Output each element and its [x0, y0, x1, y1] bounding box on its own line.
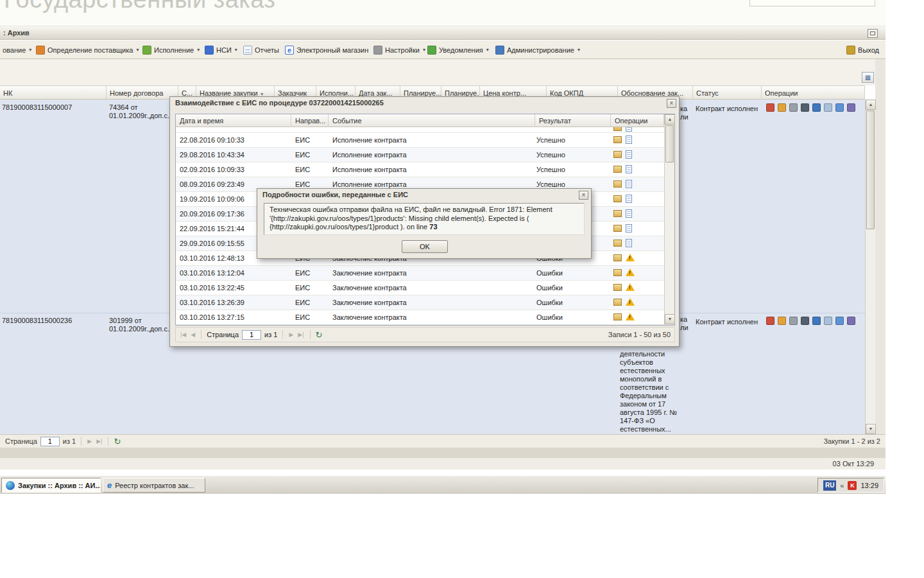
box-icon[interactable] [613, 136, 622, 143]
menu-administration[interactable]: Администрирование▾ [493, 44, 583, 56]
scroll-down-icon[interactable]: ▼ [665, 314, 675, 324]
ok-button[interactable]: OK [402, 240, 448, 253]
file-icon[interactable] [824, 317, 832, 325]
box-icon[interactable] [613, 195, 622, 202]
box-icon[interactable] [613, 151, 622, 158]
columns-icon[interactable] [835, 103, 844, 112]
columns-icon[interactable] [835, 317, 844, 325]
warning-icon[interactable] [626, 254, 635, 262]
taskbar-button[interactable]: eРеестр контрактов зак... [103, 478, 205, 493]
column-header[interactable]: Операции [611, 114, 664, 127]
box-icon[interactable] [613, 166, 622, 173]
eis-table-row[interactable]: 02.09.2016 10:09:33ЕИСИсполнение контрак… [176, 162, 664, 177]
menu-planning[interactable]: ование▾ [0, 44, 34, 56]
monitor-icon[interactable] [847, 317, 855, 325]
warning-icon[interactable] [626, 313, 635, 321]
cell-contract-number[interactable]: 74364 от [109, 103, 138, 111]
chart-icon[interactable] [812, 103, 821, 112]
scrollbar-thumb[interactable] [866, 110, 875, 229]
first-page-icon[interactable]: |◀ [180, 331, 187, 338]
column-header[interactable]: НК [0, 86, 107, 100]
eis-vertical-scrollbar[interactable]: ▲ ▼ [664, 114, 674, 325]
eis-table-row[interactable]: 03.10.2016 13:22:45ЕИСЗаключение контрак… [176, 281, 664, 295]
tray-expand-icon[interactable]: « [840, 482, 844, 489]
document-icon[interactable] [626, 165, 632, 173]
eis-table-row[interactable]: 22.08.2016 09:10:33ЕИСИсполнение контрак… [176, 133, 664, 148]
menu-exit[interactable]: Выход [844, 44, 882, 56]
menu-supplier-determination[interactable]: Определение поставщика▾ [33, 44, 141, 56]
grid-settings-button[interactable]: ▦ [862, 72, 874, 83]
menu-execution[interactable]: Исполнение▾ [140, 44, 202, 56]
eis-table-row[interactable]: 03.10.2016 13:27:15ЕИСЗаключение контрак… [176, 310, 664, 325]
box-icon[interactable] [613, 240, 622, 247]
eis-table-row[interactable]: 29.08.2016 10:43:34ЕИСИсполнение контрак… [176, 148, 664, 162]
scroll-up-icon[interactable]: ▲ [665, 114, 675, 125]
cell-nk[interactable]: 781900083115000236 [2, 317, 72, 324]
file-icon[interactable] [824, 103, 832, 112]
eis-table-row[interactable] [176, 127, 664, 133]
menu-nsi[interactable]: НСИ▾ [202, 44, 240, 56]
award-icon[interactable] [778, 317, 786, 325]
box-icon[interactable] [613, 254, 622, 261]
column-header[interactable]: Номер договора [107, 86, 178, 100]
document-icon[interactable] [766, 317, 774, 325]
menu-notifications[interactable]: Уведомления▾ [425, 44, 492, 56]
document-icon[interactable] [626, 136, 632, 144]
box-icon[interactable] [613, 313, 622, 320]
box-icon[interactable] [613, 210, 622, 217]
gear-icon[interactable] [789, 103, 798, 112]
warning-icon[interactable] [626, 283, 635, 292]
box-icon[interactable] [613, 284, 622, 291]
last-page-icon[interactable]: ▶| [96, 438, 103, 444]
box-icon[interactable] [613, 225, 622, 232]
column-header[interactable]: Дата и время [176, 114, 291, 127]
page-number-input[interactable] [242, 330, 261, 340]
cell-nk[interactable]: 781900083115000007 [2, 103, 72, 111]
cell-contract-number[interactable]: 01.01.2009г.,доп.с... [109, 325, 173, 333]
gear-icon[interactable] [789, 317, 798, 325]
monitor-icon[interactable] [847, 103, 855, 112]
menu-eshop[interactable]: eЭлектронный магазин [282, 44, 371, 56]
document-icon[interactable] [626, 127, 632, 132]
column-header[interactable]: Статус [693, 86, 762, 100]
column-header[interactable]: Направ... [291, 114, 329, 127]
menu-settings[interactable]: Настройки▾ [371, 44, 428, 56]
printer-icon[interactable] [801, 103, 809, 112]
eis-table-row[interactable]: 03.10.2016 13:12:04ЕИСЗаключение контрак… [176, 266, 664, 281]
last-page-icon[interactable]: ▶| [297, 331, 304, 338]
scroll-up-icon[interactable]: ▲ [866, 100, 876, 110]
box-icon[interactable] [613, 127, 622, 131]
language-indicator[interactable]: RU [823, 480, 836, 491]
page-number-input[interactable] [40, 437, 60, 446]
window-collapse-button[interactable] [868, 29, 878, 38]
document-icon[interactable] [766, 103, 774, 112]
document-icon[interactable] [626, 209, 632, 218]
warning-icon[interactable] [626, 298, 635, 306]
menu-reports[interactable]: Отчеты [241, 44, 282, 56]
document-icon[interactable] [626, 239, 632, 247]
antivirus-tray-icon[interactable]: K [848, 481, 857, 490]
printer-icon[interactable] [801, 317, 809, 325]
document-icon[interactable] [626, 150, 632, 159]
refresh-icon[interactable]: ↻ [114, 437, 121, 446]
tray-clock[interactable]: 13:29 [860, 482, 878, 489]
scrollbar-thumb[interactable] [665, 125, 674, 162]
chart-icon[interactable] [812, 317, 821, 325]
next-page-icon[interactable]: ▶ [87, 438, 92, 444]
box-icon[interactable] [613, 269, 622, 276]
scroll-down-icon[interactable]: ▼ [866, 424, 876, 434]
warning-icon[interactable] [626, 268, 635, 277]
next-page-icon[interactable]: ▶ [288, 331, 294, 338]
grid-vertical-scrollbar[interactable]: ▲ ▼ [865, 100, 875, 434]
box-icon[interactable] [613, 180, 622, 188]
document-icon[interactable] [626, 195, 632, 203]
cell-contract-number[interactable]: 301999 от [109, 317, 142, 324]
prev-page-icon[interactable]: ◀ [190, 331, 196, 338]
award-icon[interactable] [778, 103, 786, 112]
cell-contract-number[interactable]: 01.01.2009г.,доп.с... [109, 112, 173, 119]
document-icon[interactable] [626, 180, 632, 188]
taskbar-button[interactable]: Закупки :: Архив :: АИ... [1, 478, 101, 493]
eis-table-row[interactable]: 03.10.2016 13:26:39ЕИСЗаключение контрак… [176, 295, 664, 310]
column-header[interactable]: Операции [762, 86, 865, 100]
column-header[interactable]: Результат [535, 114, 611, 127]
